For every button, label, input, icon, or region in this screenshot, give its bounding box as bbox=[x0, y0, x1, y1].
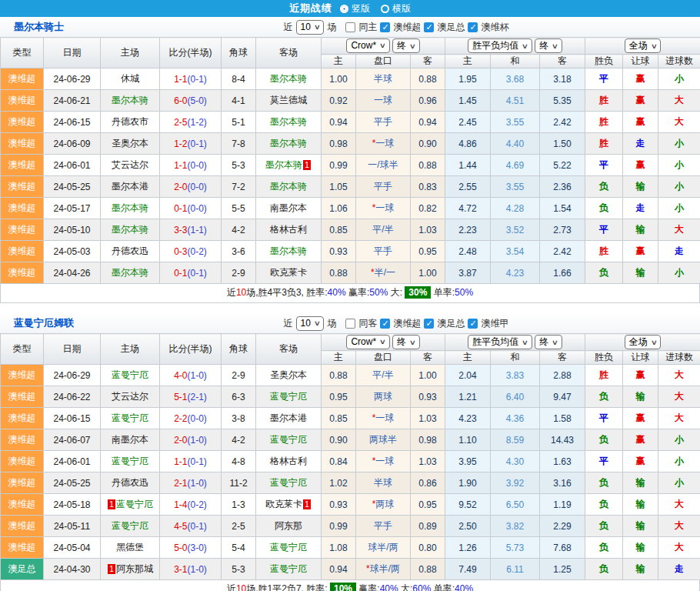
final-odds-select[interactable]: 终∨ bbox=[392, 335, 420, 349]
recent-count-select[interactable]: 10∨ bbox=[296, 20, 325, 35]
fulltime-score: 1-1 bbox=[174, 74, 187, 85]
avg-away-odds: 1.63 bbox=[540, 451, 585, 472]
league-type-badge: 澳维超 bbox=[1, 133, 44, 155]
away-team-link[interactable]: 南墨尔本 bbox=[270, 202, 307, 213]
avg-home-odds: 2.45 bbox=[445, 112, 491, 133]
home-team-link[interactable]: 墨尔本骑 bbox=[112, 224, 148, 235]
team-name[interactable]: 墨尔本骑士 bbox=[14, 17, 64, 37]
league-filter-checkbox[interactable] bbox=[424, 22, 434, 32]
away-team-link[interactable]: 墨尔本骑 bbox=[270, 245, 307, 256]
home-team-link[interactable]: 丹德农迅 bbox=[112, 245, 148, 256]
away-team-link[interactable]: 阿东那 bbox=[275, 520, 302, 531]
away-team-link[interactable]: 墨尔本骑 bbox=[270, 73, 307, 84]
final-odds-select[interactable]: 终∨ bbox=[392, 38, 420, 53]
chevron-down-icon: ∨ bbox=[379, 338, 386, 346]
halftime-score: (1-0) bbox=[188, 435, 207, 446]
result-wdl: 平 bbox=[585, 155, 623, 176]
away-team-link[interactable]: 墨尔本骑 bbox=[270, 181, 307, 192]
away-team-cell: 欧克莱卡 bbox=[256, 262, 322, 284]
same-venue-checkbox[interactable] bbox=[345, 319, 355, 329]
final-avg-select[interactable]: 终∨ bbox=[535, 38, 562, 53]
away-team-link[interactable]: 莫兰德城 bbox=[270, 95, 307, 105]
bookmaker-select[interactable]: Crow*∨ bbox=[346, 335, 389, 349]
home-team-link[interactable]: 蓝曼宁厄 bbox=[112, 412, 148, 423]
scope-select[interactable]: 全场∨ bbox=[625, 335, 662, 349]
away-team-link[interactable]: 墨尔本骑 bbox=[265, 159, 302, 170]
summary-bar: 近10场,胜1平2负7, 胜率: 10% 赢率:40% 大:60% 单率:40% bbox=[0, 580, 700, 591]
league-filter-label: 澳足总 bbox=[437, 21, 465, 34]
league-type-badge: 澳维超 bbox=[1, 262, 44, 284]
home-team-link[interactable]: 阿东那城 bbox=[116, 563, 153, 574]
home-team-link[interactable]: 艾云达尔 bbox=[112, 159, 148, 170]
home-team-link[interactable]: 墨尔本骑 bbox=[112, 95, 148, 105]
result-handicap: 输 bbox=[623, 516, 658, 537]
home-team-link[interactable]: 丹德农市 bbox=[112, 116, 148, 127]
team-name[interactable]: 蓝曼宁厄姆联 bbox=[14, 313, 74, 333]
away-team-link[interactable]: 圣奥尔本 bbox=[270, 369, 307, 380]
score-cell: 4-5(0-1) bbox=[160, 516, 222, 537]
avg-draw-odds: 3.55 bbox=[491, 176, 540, 198]
home-team-link[interactable]: 南墨尔本 bbox=[112, 434, 148, 445]
home-team-link[interactable]: 蓝曼宁厄 bbox=[112, 520, 148, 531]
handicap-home-odds: 0.98 bbox=[322, 133, 356, 155]
league-filter-checkbox[interactable] bbox=[468, 22, 478, 32]
away-team-link[interactable]: 蓝曼宁厄 bbox=[270, 434, 307, 445]
col-handicap-away: 客 bbox=[411, 351, 445, 365]
handicap-line-text: 一球 bbox=[375, 412, 394, 423]
home-team-link[interactable]: 墨尔本港 bbox=[112, 181, 148, 192]
home-team-link[interactable]: 蓝曼宁厄 bbox=[112, 456, 148, 466]
home-team-link[interactable]: 黑德堡 bbox=[116, 542, 144, 553]
same-venue-checkbox[interactable] bbox=[345, 22, 355, 32]
away-team-link[interactable]: 蓝曼宁厄 bbox=[270, 542, 307, 553]
fulltime-score: 0-1 bbox=[174, 268, 187, 279]
handicap-home-odds: 0.95 bbox=[322, 386, 356, 408]
league-filter-checkbox[interactable] bbox=[380, 22, 390, 32]
final-avg-select[interactable]: 终∨ bbox=[535, 335, 562, 349]
avg-away-odds: 1.19 bbox=[540, 494, 585, 516]
home-team-link[interactable]: 圣奥尔本 bbox=[112, 138, 148, 149]
home-team-link[interactable]: 蓝曼宁厄 bbox=[116, 499, 153, 509]
date-cell: 24-05-17 bbox=[44, 198, 101, 219]
handicap-line: 平手 bbox=[356, 112, 411, 133]
corner-cell: 5-3 bbox=[222, 155, 256, 176]
away-team-link[interactable]: 蓝曼宁厄 bbox=[270, 477, 307, 488]
home-team-link[interactable]: 墨尔本骑 bbox=[112, 267, 148, 278]
section-gap bbox=[0, 303, 700, 313]
home-team-link[interactable]: 丹德农迅 bbox=[112, 477, 148, 488]
league-filter-checkbox[interactable] bbox=[424, 319, 434, 329]
away-team-link[interactable]: 墨尔本骑 bbox=[270, 138, 307, 149]
result-goals: 小 bbox=[658, 155, 700, 176]
result-goals: 小 bbox=[658, 68, 700, 90]
away-team-link[interactable]: 格林古利 bbox=[270, 456, 307, 466]
home-team-link[interactable]: 墨尔本骑 bbox=[112, 202, 148, 213]
away-team-link[interactable]: 格林古利 bbox=[270, 224, 307, 235]
away-team-link[interactable]: 墨尔本港 bbox=[270, 412, 307, 423]
layout-vertical-radio[interactable]: 竖版 bbox=[340, 2, 370, 15]
away-team-link[interactable]: 蓝曼宁厄 bbox=[270, 391, 307, 402]
fulltime-score: 0-1 bbox=[174, 203, 187, 214]
avg-odds-select[interactable]: 胜平负均值∨ bbox=[468, 38, 532, 53]
result-handicap: 输 bbox=[623, 537, 658, 559]
col-date: 日期 bbox=[44, 334, 101, 365]
home-team-link[interactable]: 休城 bbox=[121, 73, 139, 84]
home-team-cell: 圣奥尔本 bbox=[101, 133, 160, 155]
recent-count-select[interactable]: 10∨ bbox=[296, 316, 325, 331]
handicap-line: *两球 bbox=[356, 494, 411, 516]
corner-cell: 11-2 bbox=[222, 472, 256, 494]
layout-horizontal-radio[interactable]: 横版 bbox=[381, 2, 411, 15]
home-team-link[interactable]: 艾云达尔 bbox=[112, 391, 148, 402]
bookmaker-select[interactable]: Crow*∨ bbox=[346, 38, 389, 53]
avg-home-odds: 1.95 bbox=[445, 68, 491, 90]
home-team-cell: 丹德农迅 bbox=[101, 241, 160, 262]
away-team-link[interactable]: 蓝曼宁厄 bbox=[270, 563, 307, 574]
scope-select[interactable]: 全场∨ bbox=[625, 38, 662, 53]
away-team-link[interactable]: 欧克莱卡 bbox=[265, 499, 302, 509]
league-filter-checkbox[interactable] bbox=[468, 319, 478, 329]
avg-odds-select[interactable]: 胜平负均值∨ bbox=[468, 335, 532, 349]
away-team-link[interactable]: 墨尔本骑 bbox=[270, 116, 307, 127]
league-filter-checkbox[interactable] bbox=[380, 319, 390, 329]
home-team-link[interactable]: 蓝曼宁厄 bbox=[112, 369, 148, 380]
fulltime-score: 2-0 bbox=[174, 435, 187, 446]
away-team-link[interactable]: 欧克莱卡 bbox=[270, 267, 307, 278]
corner-cell: 3-8 bbox=[222, 408, 256, 429]
